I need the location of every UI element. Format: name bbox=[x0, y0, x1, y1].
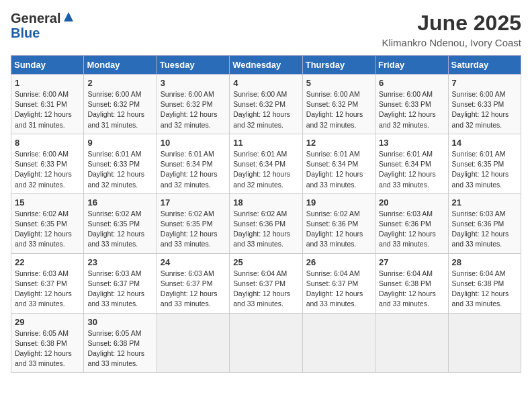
day-detail: Sunrise: 6:00 AMSunset: 6:33 PMDaylight:… bbox=[379, 90, 436, 129]
calendar-day-cell: 5 Sunrise: 6:00 AMSunset: 6:32 PMDayligh… bbox=[302, 75, 375, 134]
day-number: 10 bbox=[161, 138, 226, 148]
calendar-day-cell: 28 Sunrise: 6:04 AMSunset: 6:38 PMDaylig… bbox=[448, 253, 521, 313]
calendar-body: 1 Sunrise: 6:00 AMSunset: 6:31 PMDayligh… bbox=[11, 75, 521, 373]
day-number: 25 bbox=[233, 257, 298, 267]
logo-icon bbox=[62, 11, 75, 23]
calendar-day-cell: 23 Sunrise: 6:03 AMSunset: 6:37 PMDaylig… bbox=[84, 253, 157, 313]
day-number: 3 bbox=[161, 78, 226, 88]
weekday-header-cell: Sunday bbox=[11, 56, 84, 75]
calendar-day-cell: 18 Sunrise: 6:02 AMSunset: 6:36 PMDaylig… bbox=[230, 193, 302, 253]
calendar-day-cell: 9 Sunrise: 6:01 AMSunset: 6:33 PMDayligh… bbox=[84, 134, 157, 193]
day-detail: Sunrise: 6:03 AMSunset: 6:36 PMDaylight:… bbox=[452, 210, 509, 248]
logo: General Blue bbox=[11, 11, 75, 40]
day-detail: Sunrise: 6:02 AMSunset: 6:35 PMDaylight:… bbox=[15, 210, 72, 248]
logo-blue-text: Blue bbox=[11, 26, 40, 40]
day-number: 5 bbox=[306, 78, 371, 88]
day-number: 18 bbox=[233, 197, 298, 208]
day-detail: Sunrise: 6:04 AMSunset: 6:38 PMDaylight:… bbox=[452, 269, 509, 308]
header: General Blue June 2025 Klimankro Ndenou,… bbox=[11, 11, 521, 48]
day-number: 6 bbox=[379, 78, 444, 88]
day-number: 11 bbox=[233, 138, 298, 148]
day-detail: Sunrise: 6:01 AMSunset: 6:34 PMDaylight:… bbox=[233, 150, 290, 189]
day-number: 15 bbox=[15, 197, 80, 208]
calendar-week-row: 15 Sunrise: 6:02 AMSunset: 6:35 PMDaylig… bbox=[11, 193, 521, 253]
weekday-header-cell: Friday bbox=[375, 56, 448, 75]
day-number: 26 bbox=[306, 257, 371, 267]
calendar-day-cell: 11 Sunrise: 6:01 AMSunset: 6:34 PMDaylig… bbox=[230, 134, 302, 193]
day-number: 16 bbox=[87, 197, 152, 208]
weekday-header-cell: Monday bbox=[84, 56, 157, 75]
title-area: June 2025 Klimankro Ndenou, Ivory Coast bbox=[382, 11, 521, 48]
weekday-header-cell: Thursday bbox=[302, 56, 375, 75]
day-detail: Sunrise: 6:02 AMSunset: 6:36 PMDaylight:… bbox=[233, 210, 290, 248]
logo-general-text: General bbox=[11, 11, 60, 26]
day-number: 22 bbox=[15, 257, 80, 267]
calendar-day-cell: 15 Sunrise: 6:02 AMSunset: 6:35 PMDaylig… bbox=[11, 193, 84, 253]
calendar-day-cell: 24 Sunrise: 6:03 AMSunset: 6:37 PMDaylig… bbox=[157, 253, 229, 313]
calendar-day-cell: 27 Sunrise: 6:04 AMSunset: 6:38 PMDaylig… bbox=[375, 253, 448, 313]
calendar-day-cell: 8 Sunrise: 6:00 AMSunset: 6:33 PMDayligh… bbox=[11, 134, 84, 193]
calendar-day-cell: 13 Sunrise: 6:01 AMSunset: 6:34 PMDaylig… bbox=[375, 134, 448, 193]
day-number: 20 bbox=[379, 197, 444, 208]
day-number: 28 bbox=[452, 257, 517, 267]
calendar-day-cell bbox=[448, 313, 521, 373]
calendar-day-cell: 29 Sunrise: 6:05 AMSunset: 6:38 PMDaylig… bbox=[11, 313, 84, 373]
day-number: 2 bbox=[87, 78, 152, 88]
day-number: 21 bbox=[452, 197, 517, 208]
weekday-header-cell: Saturday bbox=[448, 56, 521, 75]
calendar-day-cell: 4 Sunrise: 6:00 AMSunset: 6:32 PMDayligh… bbox=[230, 75, 302, 134]
day-number: 27 bbox=[379, 257, 444, 267]
calendar-week-row: 22 Sunrise: 6:03 AMSunset: 6:37 PMDaylig… bbox=[11, 253, 521, 313]
day-number: 12 bbox=[306, 138, 371, 148]
calendar-day-cell: 20 Sunrise: 6:03 AMSunset: 6:36 PMDaylig… bbox=[375, 193, 448, 253]
day-number: 4 bbox=[233, 78, 298, 88]
day-detail: Sunrise: 6:01 AMSunset: 6:35 PMDaylight:… bbox=[452, 150, 509, 189]
calendar-subtitle: Klimankro Ndenou, Ivory Coast bbox=[382, 37, 521, 48]
weekday-header-cell: Wednesday bbox=[230, 56, 302, 75]
day-detail: Sunrise: 6:02 AMSunset: 6:35 PMDaylight:… bbox=[87, 210, 144, 248]
calendar-day-cell: 30 Sunrise: 6:05 AMSunset: 6:38 PMDaylig… bbox=[84, 313, 157, 373]
day-detail: Sunrise: 6:02 AMSunset: 6:35 PMDaylight:… bbox=[161, 210, 218, 248]
day-number: 9 bbox=[87, 138, 152, 148]
weekday-header-row: SundayMondayTuesdayWednesdayThursdayFrid… bbox=[11, 56, 521, 75]
day-number: 17 bbox=[161, 197, 226, 208]
day-number: 29 bbox=[15, 317, 80, 327]
calendar-day-cell: 3 Sunrise: 6:00 AMSunset: 6:32 PMDayligh… bbox=[157, 75, 229, 134]
day-detail: Sunrise: 6:02 AMSunset: 6:36 PMDaylight:… bbox=[306, 210, 363, 248]
day-number: 23 bbox=[87, 257, 152, 267]
calendar-day-cell: 1 Sunrise: 6:00 AMSunset: 6:31 PMDayligh… bbox=[11, 75, 84, 134]
day-detail: Sunrise: 6:04 AMSunset: 6:37 PMDaylight:… bbox=[306, 269, 363, 308]
day-detail: Sunrise: 6:01 AMSunset: 6:34 PMDaylight:… bbox=[306, 150, 363, 189]
calendar-day-cell: 19 Sunrise: 6:02 AMSunset: 6:36 PMDaylig… bbox=[302, 193, 375, 253]
day-number: 1 bbox=[15, 78, 80, 88]
weekday-header-cell: Tuesday bbox=[157, 56, 229, 75]
day-detail: Sunrise: 6:00 AMSunset: 6:32 PMDaylight:… bbox=[87, 90, 144, 129]
day-number: 19 bbox=[306, 197, 371, 208]
day-number: 14 bbox=[452, 138, 517, 148]
day-number: 13 bbox=[379, 138, 444, 148]
day-detail: Sunrise: 6:04 AMSunset: 6:37 PMDaylight:… bbox=[233, 269, 290, 308]
day-detail: Sunrise: 6:00 AMSunset: 6:32 PMDaylight:… bbox=[306, 90, 363, 129]
day-detail: Sunrise: 6:03 AMSunset: 6:37 PMDaylight:… bbox=[161, 269, 218, 308]
calendar-day-cell bbox=[375, 313, 448, 373]
calendar-day-cell bbox=[230, 313, 302, 373]
day-detail: Sunrise: 6:05 AMSunset: 6:38 PMDaylight:… bbox=[15, 329, 72, 368]
calendar-day-cell: 16 Sunrise: 6:02 AMSunset: 6:35 PMDaylig… bbox=[84, 193, 157, 253]
day-detail: Sunrise: 6:05 AMSunset: 6:38 PMDaylight:… bbox=[87, 329, 144, 368]
day-detail: Sunrise: 6:00 AMSunset: 6:32 PMDaylight:… bbox=[233, 90, 290, 129]
calendar-day-cell: 21 Sunrise: 6:03 AMSunset: 6:36 PMDaylig… bbox=[448, 193, 521, 253]
day-number: 30 bbox=[87, 317, 152, 327]
calendar-week-row: 29 Sunrise: 6:05 AMSunset: 6:38 PMDaylig… bbox=[11, 313, 521, 373]
day-detail: Sunrise: 6:03 AMSunset: 6:37 PMDaylight:… bbox=[15, 269, 72, 308]
calendar-day-cell: 2 Sunrise: 6:00 AMSunset: 6:32 PMDayligh… bbox=[84, 75, 157, 134]
day-detail: Sunrise: 6:03 AMSunset: 6:36 PMDaylight:… bbox=[379, 210, 436, 248]
day-number: 24 bbox=[161, 257, 226, 267]
calendar-day-cell: 7 Sunrise: 6:00 AMSunset: 6:33 PMDayligh… bbox=[448, 75, 521, 134]
calendar-table: SundayMondayTuesdayWednesdayThursdayFrid… bbox=[11, 55, 521, 373]
day-detail: Sunrise: 6:01 AMSunset: 6:34 PMDaylight:… bbox=[161, 150, 218, 189]
day-number: 8 bbox=[15, 138, 80, 148]
calendar-day-cell bbox=[157, 313, 229, 373]
calendar-day-cell: 25 Sunrise: 6:04 AMSunset: 6:37 PMDaylig… bbox=[230, 253, 302, 313]
calendar-day-cell bbox=[302, 313, 375, 373]
calendar-day-cell: 17 Sunrise: 6:02 AMSunset: 6:35 PMDaylig… bbox=[157, 193, 229, 253]
